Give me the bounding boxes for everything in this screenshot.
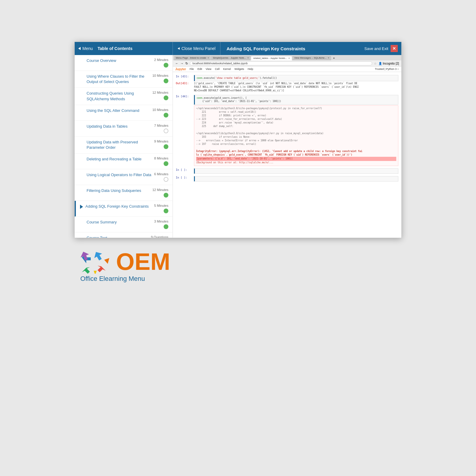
sidebar-item-title-5: Updating Data with Preserved Parameter O… xyxy=(87,140,152,150)
sidebar-item-duration-9: 5 Minutes xyxy=(154,204,168,207)
sidebar-item-right-4: 7 Minutes xyxy=(154,124,168,133)
sidebar-item-right-1: 10 Minutes xyxy=(152,74,168,83)
sidebar-item-4[interactable]: Updating Data in Tables7 Minutes xyxy=(75,121,173,137)
close-chevron-icon xyxy=(178,47,180,50)
sidebar-item-title-2: Constructing Queries Using SQLAlchemy Me… xyxy=(87,91,150,101)
sidebar-item-title-11: Course Test xyxy=(87,235,148,238)
error-traceback: ~/opt/anaconda3/lib/python3.8/site-packa… xyxy=(194,105,398,166)
close-panel-button[interactable]: Close Menu Panel xyxy=(178,46,215,51)
traceback-url: (Background on this error at: http://sql… xyxy=(196,161,396,165)
browser-tab-4[interactable]: View Messages -- SQLAlche... × xyxy=(292,56,331,60)
sidebar-item-0[interactable]: Course Overview2 Minutes xyxy=(75,55,173,71)
cell-empty-2-label: In [ ]: xyxy=(176,176,192,181)
sidebar-item-left-0: Course Overview xyxy=(79,58,152,63)
sidebar-item-right-2: 12 Minutes xyxy=(152,91,168,100)
sidebar-item-status-9 xyxy=(164,209,168,213)
cell-44-code[interactable]: conn.execute(gold_users.insert(), [ {'ui… xyxy=(194,95,398,104)
content-panel: Menu Page - linked to create × SimpleQue… xyxy=(173,55,401,238)
sidebar-item-11[interactable]: Course Test9 Questions xyxy=(75,232,173,238)
menu-kernel[interactable]: Kernel xyxy=(223,68,231,71)
browser-tab-2[interactable]: SimpleQueries - Jupyter Note... × xyxy=(211,56,250,60)
sidebar-item-status-5 xyxy=(164,144,168,149)
sidebar-item-right-0: 2 Minutes xyxy=(154,58,168,68)
cell-empty-2-code[interactable] xyxy=(194,176,398,181)
sidebar-item-2[interactable]: Constructing Queries Using SQLAlchemy Me… xyxy=(75,88,173,105)
sidebar-item-status-2 xyxy=(164,95,168,100)
sidebar-item-right-9: 5 Minutes xyxy=(154,204,168,213)
sidebar-item-duration-0: 2 Minutes xyxy=(154,58,168,62)
menu-widgets[interactable]: Widgets xyxy=(234,68,244,71)
menu-help[interactable]: Help xyxy=(248,68,253,71)
sidebar-item-duration-3: 10 Minutes xyxy=(152,108,168,112)
refresh-btn[interactable]: ↻ xyxy=(185,62,188,65)
back-btn[interactable]: ← xyxy=(175,62,178,65)
browser-tab-3[interactable]: related_tables - Jupyter Noteb... × xyxy=(251,56,292,60)
forward-btn[interactable]: → xyxy=(180,62,184,65)
sidebar-item-10[interactable]: Course Summary3 Minutes xyxy=(75,217,173,232)
sidebar-item-status-3 xyxy=(164,113,168,118)
sidebar-item-title-9: Adding SQL Foreign Key Constraints xyxy=(85,204,152,209)
svg-marker-2 xyxy=(98,266,106,272)
menu-view[interactable]: View xyxy=(206,68,211,71)
menu-edit[interactable]: Edit xyxy=(198,68,202,71)
cell-44-label: In [44]: xyxy=(176,95,192,104)
toc-label: Table of Contents xyxy=(98,46,132,51)
cell-43-out-label: Out[43]: xyxy=(176,82,192,93)
cell-empty-2-input: In [ ]: xyxy=(176,176,398,181)
svg-marker-0 xyxy=(92,250,104,262)
cell-43-input: In [43]: conn.execute('show create table… xyxy=(176,75,398,81)
oem-acronym: OEM xyxy=(116,250,170,274)
sidebar-item-title-4: Updating Data in Tables xyxy=(87,124,152,129)
logo-wrapper: OEM xyxy=(80,250,170,274)
sidebar-item-8[interactable]: Filtering Data Using Subqueries12 Minute… xyxy=(75,185,173,201)
new-tab-btn[interactable]: + xyxy=(331,56,337,60)
sidebar-item-7[interactable]: Using Logical Operators to Filter Data6 … xyxy=(75,169,173,185)
sidebar-item-3[interactable]: Using the SQL Alter Command10 Minutes xyxy=(75,105,173,121)
cell-empty-1-code[interactable] xyxy=(194,168,398,174)
sidebar-item-title-6: Deleting and Recreating a Table xyxy=(87,156,152,162)
menu-file[interactable]: File xyxy=(190,68,194,71)
cell-43-output: Out[43]: [('gold_users', 'CREATE TABLE `… xyxy=(176,82,398,93)
sidebar-item-1[interactable]: Using Where Clauses to Filter the Output… xyxy=(75,71,173,88)
menu-label: Menu xyxy=(82,46,93,51)
sidebar-item-5[interactable]: Updating Data with Preserved Parameter O… xyxy=(75,137,173,154)
url-bar[interactable]: localhost:8889/notebooks/related_tables.… xyxy=(190,61,372,65)
sidebar-item-9[interactable]: Adding SQL Foreign Key Constraints5 Minu… xyxy=(75,201,173,217)
cell-empty-1-label: In [ ]: xyxy=(176,168,192,174)
cell-43-code[interactable]: conn.execute('show create table gold_use… xyxy=(194,75,398,81)
sidebar-item-left-7: Using Logical Operators to Filter Data xyxy=(79,172,152,178)
cell-empty-2: In [ ]: xyxy=(176,176,398,181)
sidebar-item-title-7: Using Logical Operators to Filter Data xyxy=(87,172,152,178)
close-x-button[interactable]: ✕ xyxy=(391,45,398,52)
sidebar-item-title-1: Using Where Clauses to Filter the Output… xyxy=(87,74,150,84)
sidebar-item-left-2: Constructing Queries Using SQLAlchemy Me… xyxy=(79,91,150,101)
header-right: Save and Exit ✕ xyxy=(361,42,401,55)
sidebar-item-right-5: 9 Minutes xyxy=(154,140,168,149)
cell-empty-1-input: In [ ]: xyxy=(176,168,398,174)
url-text: localhost:8889/notebooks/related_tables.… xyxy=(192,62,248,65)
sidebar-item-title-0: Course Overview xyxy=(87,58,152,63)
sidebar-item-duration-8: 12 Minutes xyxy=(152,188,168,192)
main-content: Course Overview2 MinutesUsing Where Clau… xyxy=(75,55,401,238)
sidebar-item-duration-11: 9 Questions xyxy=(151,235,168,238)
sidebar-item-duration-2: 12 Minutes xyxy=(152,91,168,94)
header-left: Menu Table of Contents xyxy=(75,42,173,55)
sidebar-item-status-6 xyxy=(164,161,168,166)
chevron-left-icon xyxy=(78,47,81,50)
cell-44: In [44]: conn.execute(gold_users.insert(… xyxy=(176,95,398,166)
sidebar-item-status-8 xyxy=(164,193,168,198)
browser-tab-1[interactable]: Menu Page - linked to create × xyxy=(174,56,211,60)
browser-bar: ← → ↻ localhost:8889/notebooks/related_t… xyxy=(173,60,401,67)
oem-logo-icon xyxy=(80,250,110,274)
sidebar-item-right-8: 12 Minutes xyxy=(152,188,168,198)
sidebar-item-left-3: Using the SQL Alter Command xyxy=(79,108,150,113)
notebook-view: Menu Page - linked to create × SimpleQue… xyxy=(173,55,401,238)
cell-empty-1: In [ ]: xyxy=(176,168,398,174)
close-menu-panel[interactable]: Close Menu Panel xyxy=(173,42,220,55)
sidebar-item-6[interactable]: Deleting and Recreating a Table8 Minutes xyxy=(75,154,173,169)
sidebar-item-title-8: Filtering Data Using Subqueries xyxy=(87,188,150,193)
menu-cell[interactable]: Cell xyxy=(215,68,220,71)
menu-button[interactable]: Menu xyxy=(78,46,93,51)
save-exit-button[interactable]: Save and Exit xyxy=(364,46,388,51)
page-wrapper: Menu Table of Contents Close Menu Panel … xyxy=(0,0,476,476)
